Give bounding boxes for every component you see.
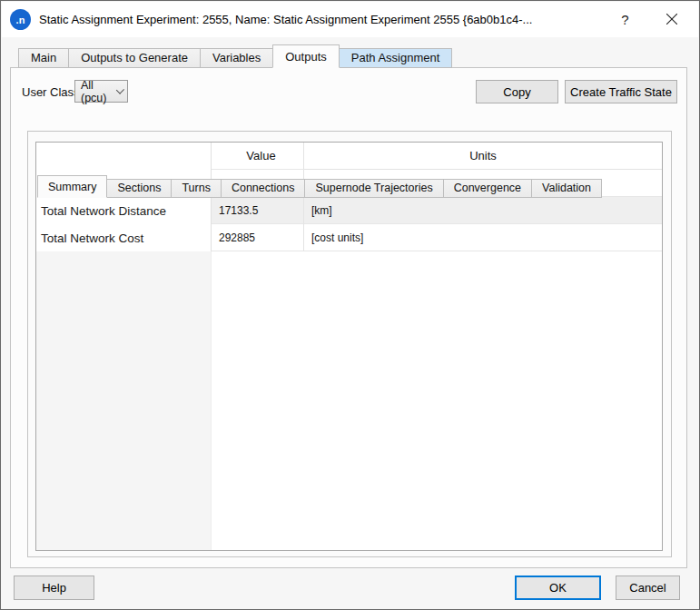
create-traffic-state-button[interactable]: Create Traffic State — [565, 80, 677, 103]
subtab-turns[interactable]: Turns — [171, 179, 222, 198]
column-header-units[interactable]: Units — [304, 143, 662, 170]
tab-variables[interactable]: Variables — [200, 48, 273, 68]
subtab-sections[interactable]: Sections — [106, 179, 172, 198]
tab-path-assignment[interactable]: Path Assignment — [339, 48, 453, 68]
outputs-sub-tabbar: Summary Sections Turns Connections Super… — [37, 175, 602, 198]
cell-total-network-distance-value[interactable]: 17133.5 — [212, 197, 304, 224]
user-class-value: All (pcu) — [81, 79, 116, 104]
help-button[interactable]: Help — [14, 576, 94, 600]
tab-outputs-to-generate[interactable]: Outputs to Generate — [68, 48, 201, 68]
subtab-supernode-trajectories[interactable]: Supernode Trajectories — [304, 179, 443, 198]
static-assignment-experiment-dialog: .n Static Assignment Experiment: 2555, N… — [0, 0, 700, 610]
titlebar-help-button[interactable]: ? — [605, 2, 646, 37]
table-header-column-filler — [36, 251, 212, 550]
cell-total-network-distance-units[interactable]: [km] — [304, 197, 662, 224]
row-header-total-network-distance[interactable]: Total Network Distance — [36, 197, 212, 224]
cancel-button[interactable]: Cancel — [616, 576, 680, 600]
summary-results-table: Value Units Mean Network Occupancy 46.42… — [35, 142, 663, 551]
copy-button[interactable]: Copy — [476, 80, 558, 103]
tab-main[interactable]: Main — [18, 48, 69, 68]
tab-outputs[interactable]: Outputs — [272, 44, 340, 68]
row-header-total-network-cost[interactable]: Total Network Cost — [36, 224, 212, 251]
subtab-validation[interactable]: Validation — [531, 179, 602, 198]
close-icon — [666, 12, 677, 27]
subtab-summary[interactable]: Summary — [37, 175, 107, 198]
aimsun-app-icon: .n — [10, 9, 31, 30]
table-corner-header[interactable] — [36, 143, 212, 170]
main-tabbar: Main Outputs to Generate Variables Outpu… — [18, 44, 452, 68]
table-empty-area — [304, 251, 662, 550]
user-class-dropdown[interactable]: All (pcu) — [74, 80, 128, 103]
subtab-connections[interactable]: Connections — [221, 179, 306, 198]
window-title: Static Assignment Experiment: 2555, Name… — [39, 13, 605, 26]
outputs-tab-pane: User Class: All (pcu) Copy Create Traffi… — [10, 67, 687, 568]
titlebar[interactable]: .n Static Assignment Experiment: 2555, N… — [2, 2, 698, 37]
table-empty-area — [212, 251, 304, 550]
ok-button[interactable]: OK — [515, 576, 601, 600]
subtab-convergence[interactable]: Convergence — [443, 179, 532, 198]
close-button[interactable] — [646, 2, 698, 37]
chevron-down-icon — [116, 85, 124, 93]
cell-total-network-cost-units[interactable]: [cost units] — [304, 224, 662, 251]
cell-total-network-cost-value[interactable]: 292885 — [212, 224, 304, 251]
column-header-value[interactable]: Value — [212, 143, 304, 170]
